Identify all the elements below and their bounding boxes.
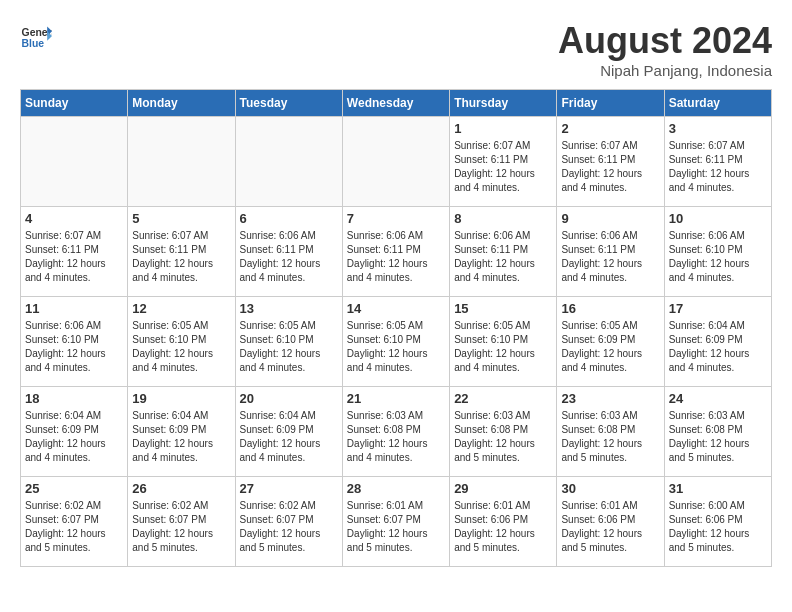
day-info: Sunrise: 6:04 AM Sunset: 6:09 PM Dayligh… [132, 409, 230, 465]
calendar-cell [342, 117, 449, 207]
day-info: Sunrise: 6:04 AM Sunset: 6:09 PM Dayligh… [669, 319, 767, 375]
day-info: Sunrise: 6:05 AM Sunset: 6:10 PM Dayligh… [454, 319, 552, 375]
col-sunday: Sunday [21, 90, 128, 117]
day-info: Sunrise: 6:00 AM Sunset: 6:06 PM Dayligh… [669, 499, 767, 555]
calendar-cell [235, 117, 342, 207]
calendar-cell: 22Sunrise: 6:03 AM Sunset: 6:08 PM Dayli… [450, 387, 557, 477]
calendar-cell: 28Sunrise: 6:01 AM Sunset: 6:07 PM Dayli… [342, 477, 449, 567]
day-number: 29 [454, 481, 552, 496]
day-number: 19 [132, 391, 230, 406]
day-number: 24 [669, 391, 767, 406]
day-number: 18 [25, 391, 123, 406]
day-number: 30 [561, 481, 659, 496]
day-info: Sunrise: 6:07 AM Sunset: 6:11 PM Dayligh… [25, 229, 123, 285]
day-number: 7 [347, 211, 445, 226]
calendar-cell: 26Sunrise: 6:02 AM Sunset: 6:07 PM Dayli… [128, 477, 235, 567]
calendar-cell: 30Sunrise: 6:01 AM Sunset: 6:06 PM Dayli… [557, 477, 664, 567]
calendar-cell: 16Sunrise: 6:05 AM Sunset: 6:09 PM Dayli… [557, 297, 664, 387]
calendar-cell: 20Sunrise: 6:04 AM Sunset: 6:09 PM Dayli… [235, 387, 342, 477]
day-info: Sunrise: 6:01 AM Sunset: 6:06 PM Dayligh… [561, 499, 659, 555]
calendar-title: August 2024 [558, 20, 772, 62]
calendar-cell: 27Sunrise: 6:02 AM Sunset: 6:07 PM Dayli… [235, 477, 342, 567]
day-number: 11 [25, 301, 123, 316]
day-info: Sunrise: 6:06 AM Sunset: 6:11 PM Dayligh… [240, 229, 338, 285]
day-number: 5 [132, 211, 230, 226]
day-number: 3 [669, 121, 767, 136]
page-header: General Blue August 2024 Nipah Panjang, … [20, 20, 772, 79]
day-info: Sunrise: 6:06 AM Sunset: 6:11 PM Dayligh… [347, 229, 445, 285]
calendar-cell: 11Sunrise: 6:06 AM Sunset: 6:10 PM Dayli… [21, 297, 128, 387]
day-number: 25 [25, 481, 123, 496]
day-info: Sunrise: 6:02 AM Sunset: 6:07 PM Dayligh… [240, 499, 338, 555]
day-number: 22 [454, 391, 552, 406]
calendar-cell: 29Sunrise: 6:01 AM Sunset: 6:06 PM Dayli… [450, 477, 557, 567]
day-number: 13 [240, 301, 338, 316]
svg-text:Blue: Blue [22, 38, 45, 49]
day-number: 23 [561, 391, 659, 406]
calendar-cell: 6Sunrise: 6:06 AM Sunset: 6:11 PM Daylig… [235, 207, 342, 297]
col-monday: Monday [128, 90, 235, 117]
calendar-cell: 21Sunrise: 6:03 AM Sunset: 6:08 PM Dayli… [342, 387, 449, 477]
calendar-cell: 4Sunrise: 6:07 AM Sunset: 6:11 PM Daylig… [21, 207, 128, 297]
calendar-cell: 12Sunrise: 6:05 AM Sunset: 6:10 PM Dayli… [128, 297, 235, 387]
day-number: 10 [669, 211, 767, 226]
calendar-subtitle: Nipah Panjang, Indonesia [558, 62, 772, 79]
calendar-cell: 2Sunrise: 6:07 AM Sunset: 6:11 PM Daylig… [557, 117, 664, 207]
col-wednesday: Wednesday [342, 90, 449, 117]
calendar-cell: 25Sunrise: 6:02 AM Sunset: 6:07 PM Dayli… [21, 477, 128, 567]
calendar-cell: 24Sunrise: 6:03 AM Sunset: 6:08 PM Dayli… [664, 387, 771, 477]
day-number: 6 [240, 211, 338, 226]
day-info: Sunrise: 6:03 AM Sunset: 6:08 PM Dayligh… [561, 409, 659, 465]
day-info: Sunrise: 6:02 AM Sunset: 6:07 PM Dayligh… [132, 499, 230, 555]
calendar-cell: 8Sunrise: 6:06 AM Sunset: 6:11 PM Daylig… [450, 207, 557, 297]
calendar-cell: 3Sunrise: 6:07 AM Sunset: 6:11 PM Daylig… [664, 117, 771, 207]
calendar-header: Sunday Monday Tuesday Wednesday Thursday… [21, 90, 772, 117]
calendar-cell: 17Sunrise: 6:04 AM Sunset: 6:09 PM Dayli… [664, 297, 771, 387]
calendar-cell: 23Sunrise: 6:03 AM Sunset: 6:08 PM Dayli… [557, 387, 664, 477]
day-info: Sunrise: 6:06 AM Sunset: 6:10 PM Dayligh… [669, 229, 767, 285]
header-row: Sunday Monday Tuesday Wednesday Thursday… [21, 90, 772, 117]
week-row-5: 25Sunrise: 6:02 AM Sunset: 6:07 PM Dayli… [21, 477, 772, 567]
calendar-cell: 14Sunrise: 6:05 AM Sunset: 6:10 PM Dayli… [342, 297, 449, 387]
calendar-cell: 5Sunrise: 6:07 AM Sunset: 6:11 PM Daylig… [128, 207, 235, 297]
day-info: Sunrise: 6:01 AM Sunset: 6:06 PM Dayligh… [454, 499, 552, 555]
week-row-3: 11Sunrise: 6:06 AM Sunset: 6:10 PM Dayli… [21, 297, 772, 387]
col-tuesday: Tuesday [235, 90, 342, 117]
calendar-cell: 10Sunrise: 6:06 AM Sunset: 6:10 PM Dayli… [664, 207, 771, 297]
day-info: Sunrise: 6:05 AM Sunset: 6:10 PM Dayligh… [347, 319, 445, 375]
day-number: 31 [669, 481, 767, 496]
day-number: 26 [132, 481, 230, 496]
day-info: Sunrise: 6:06 AM Sunset: 6:10 PM Dayligh… [25, 319, 123, 375]
col-thursday: Thursday [450, 90, 557, 117]
day-number: 28 [347, 481, 445, 496]
day-info: Sunrise: 6:05 AM Sunset: 6:09 PM Dayligh… [561, 319, 659, 375]
day-number: 4 [25, 211, 123, 226]
calendar-cell: 7Sunrise: 6:06 AM Sunset: 6:11 PM Daylig… [342, 207, 449, 297]
day-number: 16 [561, 301, 659, 316]
day-number: 9 [561, 211, 659, 226]
calendar-cell: 15Sunrise: 6:05 AM Sunset: 6:10 PM Dayli… [450, 297, 557, 387]
calendar-body: 1Sunrise: 6:07 AM Sunset: 6:11 PM Daylig… [21, 117, 772, 567]
week-row-1: 1Sunrise: 6:07 AM Sunset: 6:11 PM Daylig… [21, 117, 772, 207]
day-info: Sunrise: 6:05 AM Sunset: 6:10 PM Dayligh… [240, 319, 338, 375]
day-info: Sunrise: 6:02 AM Sunset: 6:07 PM Dayligh… [25, 499, 123, 555]
calendar-cell: 13Sunrise: 6:05 AM Sunset: 6:10 PM Dayli… [235, 297, 342, 387]
day-info: Sunrise: 6:01 AM Sunset: 6:07 PM Dayligh… [347, 499, 445, 555]
day-info: Sunrise: 6:03 AM Sunset: 6:08 PM Dayligh… [347, 409, 445, 465]
calendar-cell: 31Sunrise: 6:00 AM Sunset: 6:06 PM Dayli… [664, 477, 771, 567]
day-info: Sunrise: 6:04 AM Sunset: 6:09 PM Dayligh… [25, 409, 123, 465]
week-row-2: 4Sunrise: 6:07 AM Sunset: 6:11 PM Daylig… [21, 207, 772, 297]
calendar-cell [21, 117, 128, 207]
calendar-cell: 9Sunrise: 6:06 AM Sunset: 6:11 PM Daylig… [557, 207, 664, 297]
day-info: Sunrise: 6:04 AM Sunset: 6:09 PM Dayligh… [240, 409, 338, 465]
calendar-cell: 19Sunrise: 6:04 AM Sunset: 6:09 PM Dayli… [128, 387, 235, 477]
day-number: 15 [454, 301, 552, 316]
day-number: 2 [561, 121, 659, 136]
day-info: Sunrise: 6:07 AM Sunset: 6:11 PM Dayligh… [561, 139, 659, 195]
calendar-cell: 1Sunrise: 6:07 AM Sunset: 6:11 PM Daylig… [450, 117, 557, 207]
day-info: Sunrise: 6:06 AM Sunset: 6:11 PM Dayligh… [454, 229, 552, 285]
day-number: 21 [347, 391, 445, 406]
col-friday: Friday [557, 90, 664, 117]
logo: General Blue [20, 20, 52, 52]
day-info: Sunrise: 6:07 AM Sunset: 6:11 PM Dayligh… [132, 229, 230, 285]
